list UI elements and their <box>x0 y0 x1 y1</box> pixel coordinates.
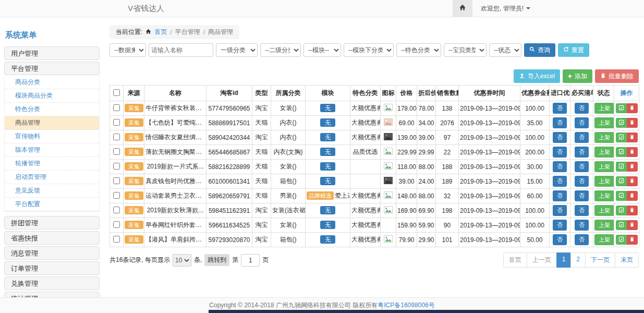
import-select-toggle[interactable]: 否 <box>553 190 567 201</box>
delete-button[interactable] <box>627 176 638 186</box>
sidebar-group-orders[interactable]: 订单管理 <box>4 261 100 275</box>
user-menu[interactable]: 欢迎您, 管理员! <box>481 4 530 13</box>
must-buy-toggle[interactable]: 否 <box>575 190 589 201</box>
import-select-toggle[interactable]: 否 <box>553 234 567 245</box>
sidebar-group-exchange[interactable]: 兑换管理 <box>4 276 100 290</box>
edit-button[interactable] <box>616 235 627 245</box>
must-buy-toggle[interactable]: 否 <box>575 132 589 143</box>
import-select-toggle[interactable]: 否 <box>553 205 567 216</box>
status-button[interactable]: 上架 <box>594 176 614 187</box>
sidebar-subitem[interactable]: 轮播管理 <box>5 157 99 171</box>
delete-button[interactable] <box>627 147 638 157</box>
search-button[interactable]: 查询 <box>524 43 555 57</box>
sidebar-subitem[interactable]: 版本管理 <box>5 143 99 157</box>
edit-button[interactable] <box>616 206 627 215</box>
delete-button[interactable] <box>627 220 638 230</box>
batch-delete-button[interactable]: 批量删除 <box>595 69 639 83</box>
filter-module-sub-select[interactable]: --模块下分类-- <box>344 43 394 57</box>
filter-item-type-select[interactable]: --宝贝类型-- <box>444 43 487 57</box>
row-checkbox[interactable] <box>113 119 120 126</box>
next-page-button[interactable]: 下一页 <box>585 252 615 268</box>
sidebar-subitem[interactable]: 平台配置 <box>5 198 99 211</box>
select-all-checkbox[interactable] <box>113 89 120 96</box>
import-select-toggle[interactable]: 否 <box>553 220 567 231</box>
sidebar-subitem[interactable]: 商品管理 <box>5 116 99 130</box>
sidebar-group-news[interactable]: 省惠快报 <box>4 231 100 245</box>
sidebar-group-platform[interactable]: 平台管理 <box>4 62 100 75</box>
edit-button[interactable] <box>616 147 627 157</box>
delete-button[interactable] <box>627 191 638 201</box>
status-button[interactable]: 上架 <box>594 147 614 158</box>
status-button[interactable]: 上架 <box>594 220 614 231</box>
import-select-toggle[interactable]: 否 <box>553 176 567 187</box>
page-button-2[interactable]: 2 <box>570 252 586 268</box>
filter-source-select[interactable]: --数据来源-- <box>110 43 146 57</box>
import-select-toggle[interactable]: 否 <box>553 103 567 114</box>
filter-module-select[interactable]: --模块-- <box>303 43 341 57</box>
must-buy-toggle[interactable]: 否 <box>575 176 589 187</box>
row-checkbox[interactable] <box>113 177 120 184</box>
status-button[interactable]: 上架 <box>594 103 614 114</box>
must-buy-toggle[interactable]: 否 <box>575 234 589 245</box>
row-checkbox[interactable] <box>113 221 120 228</box>
sidebar-subitem[interactable]: 特色分类 <box>5 103 99 116</box>
status-button[interactable]: 上架 <box>594 132 614 143</box>
edit-button[interactable] <box>616 103 627 113</box>
must-buy-toggle[interactable]: 否 <box>575 205 589 216</box>
edit-button[interactable] <box>616 220 627 230</box>
status-button[interactable]: 上架 <box>594 234 614 245</box>
sidebar-group-groupbuy[interactable]: 拼团管理 <box>4 216 100 230</box>
edit-button[interactable] <box>616 162 627 172</box>
must-buy-toggle[interactable]: 否 <box>575 147 589 158</box>
status-button[interactable]: 上架 <box>594 161 614 172</box>
import-select-toggle[interactable]: 否 <box>553 147 567 158</box>
sidebar-subitem[interactable]: 商品分类 <box>5 76 99 89</box>
reset-button[interactable]: 重置 <box>558 43 589 57</box>
filter-category1-select[interactable]: 一级分类 <box>216 43 258 57</box>
filter-status-select[interactable]: --状态-- <box>489 43 521 57</box>
delete-button[interactable] <box>627 118 638 128</box>
delete-button[interactable] <box>627 133 638 142</box>
page-size-select[interactable]: 10 <box>173 254 191 267</box>
home-button[interactable] <box>453 0 472 17</box>
page-button-1[interactable]: 1 <box>556 252 572 268</box>
status-button[interactable]: 上架 <box>594 205 614 216</box>
delete-button[interactable] <box>627 235 638 245</box>
sidebar-subitem[interactable]: 意见反馈 <box>5 184 99 198</box>
breadcrumb-home-link[interactable]: 首页 <box>154 28 167 37</box>
sidebar-group-messages[interactable]: 消息管理 <box>4 246 100 260</box>
row-checkbox[interactable] <box>113 134 120 140</box>
edit-button[interactable] <box>616 133 627 142</box>
must-buy-toggle[interactable]: 否 <box>575 161 589 172</box>
edit-button[interactable] <box>616 176 627 186</box>
filter-name-input[interactable] <box>149 43 213 57</box>
row-checkbox[interactable] <box>113 207 120 213</box>
filter-feature-select[interactable]: --特色分类-- <box>396 43 441 57</box>
last-page-button[interactable]: 末页 <box>615 252 639 268</box>
row-checkbox[interactable] <box>113 104 120 111</box>
delete-button[interactable] <box>627 206 638 215</box>
first-page-button[interactable]: 首页 <box>503 252 527 268</box>
sidebar-group-users[interactable]: 用户管理 <box>4 46 100 60</box>
status-button[interactable]: 上架 <box>594 117 614 128</box>
sidebar-subitem[interactable]: 宣传物料 <box>5 130 99 143</box>
import-select-toggle[interactable]: 否 <box>553 117 567 128</box>
must-buy-toggle[interactable]: 否 <box>575 220 589 231</box>
must-buy-toggle[interactable]: 否 <box>575 103 589 114</box>
delete-button[interactable] <box>627 162 638 172</box>
sidebar-subitem[interactable]: 模块商品分类 <box>5 89 99 103</box>
icp-link[interactable]: 粤ICP备16098006号 <box>378 301 434 310</box>
must-buy-toggle[interactable]: 否 <box>575 117 589 128</box>
add-button[interactable]: + 添加 <box>563 69 592 83</box>
prev-page-button[interactable]: 上一页 <box>527 252 557 268</box>
edit-button[interactable] <box>616 118 627 128</box>
sidebar-subitem[interactable]: 启动页管理 <box>5 171 99 184</box>
filter-category2-select[interactable]: --二级分类-- <box>260 43 301 57</box>
row-checkbox[interactable] <box>113 192 120 199</box>
row-checkbox[interactable] <box>113 148 120 155</box>
edit-button[interactable] <box>616 191 627 201</box>
import-excel-button[interactable]: 导入excel <box>514 69 560 83</box>
row-checkbox[interactable] <box>113 163 120 170</box>
import-select-toggle[interactable]: 否 <box>553 132 567 143</box>
delete-button[interactable] <box>627 103 638 113</box>
